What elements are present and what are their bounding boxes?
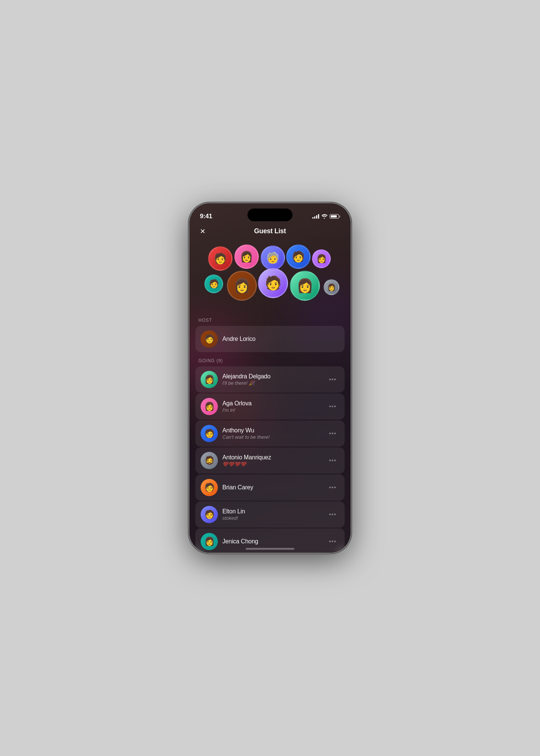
avatar-emoji: 🧑: [204, 510, 214, 519]
guest-info: Alejandra Delgado I'll be there! 🎉: [222, 373, 321, 386]
phone-frame: 9:41 ✕: [189, 203, 351, 553]
guest-info: Aga Orlova I'm in!: [222, 400, 321, 413]
guest-info: Brian Carey: [222, 484, 321, 491]
guest-message: stoked!: [222, 515, 321, 521]
avatar-emoji: 🧑: [204, 483, 214, 492]
cluster-avatar-7[interactable]: 👩: [227, 271, 257, 301]
more-button[interactable]: •••: [326, 537, 339, 546]
guest-message: I'll be there! 🎉: [222, 380, 321, 386]
avatar-emoji: 👩: [204, 375, 214, 384]
cluster-avatar-3[interactable]: 🧓: [261, 246, 285, 270]
avatar: 🧑: [201, 479, 218, 496]
guest-name: Elton Lin: [222, 508, 321, 515]
phone-screen: 9:41 ✕: [189, 203, 351, 553]
more-button[interactable]: •••: [326, 402, 339, 411]
list-item[interactable]: 👩 Aga Orlova I'm in! •••: [195, 393, 345, 420]
guest-message: ❤️❤️❤️❤️: [222, 461, 321, 467]
more-button[interactable]: •••: [326, 375, 339, 384]
guest-info: Jenica Chong: [222, 538, 321, 545]
cluster-avatar-10[interactable]: 👩: [324, 279, 339, 295]
scroll-content[interactable]: 9:41 ✕: [189, 203, 351, 553]
guest-name: Jenica Chong: [222, 538, 321, 545]
more-button[interactable]: •••: [326, 456, 339, 465]
cluster-avatar-5[interactable]: 👩: [312, 249, 331, 268]
cluster-avatar-8[interactable]: 🧑: [258, 268, 288, 298]
list-item[interactable]: 👩 Alejandra Delgado I'll be there! 🎉 •••: [195, 366, 345, 393]
list-item[interactable]: 🧑 Brian Carey •••: [195, 474, 345, 501]
cluster-avatar-4[interactable]: 🧑: [286, 244, 310, 269]
host-item: 🧑 Andre Lorico: [195, 326, 345, 352]
guest-name: Anthony Wu: [222, 427, 321, 434]
guest-message: I'm in!: [222, 407, 321, 413]
cluster-avatar-2[interactable]: 👩: [234, 244, 259, 269]
host-section: HOST 🧑 Andre Lorico: [189, 318, 351, 352]
page-title: Guest List: [254, 227, 286, 235]
avatar: 🧑: [201, 506, 218, 523]
guest-name: Antonio Manriquez: [222, 454, 321, 461]
avatar-emoji: 🧔: [204, 456, 214, 465]
guest-name: Aga Orlova: [222, 400, 321, 407]
close-button[interactable]: ✕: [197, 226, 208, 237]
more-button[interactable]: •••: [326, 510, 339, 519]
signal-bars-icon: [312, 214, 319, 219]
wifi-icon: [321, 214, 327, 219]
host-avatar: 🧑: [201, 330, 218, 348]
cluster-avatar-9[interactable]: 👩: [290, 271, 320, 301]
avatar: 👩: [201, 371, 218, 388]
going-section: GOING (9) 👩 Alejandra Delgado I'll be th…: [189, 358, 351, 553]
nav-header: ✕ Guest List: [189, 224, 351, 239]
list-item[interactable]: 🧔 Antonio Manriquez ❤️❤️❤️❤️ •••: [195, 447, 345, 474]
guest-name: Alejandra Delgado: [222, 373, 321, 380]
list-item[interactable]: 🧑 Anthony Wu Can't wait to be there! •••: [195, 420, 345, 447]
avatar: 🧑: [201, 425, 218, 442]
status-icons: [312, 214, 340, 219]
host-avatar-emoji: 🧑: [204, 334, 214, 344]
list-item[interactable]: 🧑 Elton Lin stoked! •••: [195, 501, 345, 528]
more-button[interactable]: •••: [326, 429, 339, 438]
avatar-emoji: 🧑: [204, 429, 214, 438]
guest-info: Elton Lin stoked!: [222, 508, 321, 521]
cluster-avatar-6[interactable]: 🧑: [204, 274, 223, 293]
guest-list: 👩 Alejandra Delgado I'll be there! 🎉 •••…: [189, 366, 351, 553]
guest-name: Brian Carey: [222, 484, 321, 491]
avatar-emoji: 👩: [204, 537, 214, 546]
guest-info: Anthony Wu Can't wait to be there!: [222, 427, 321, 440]
guest-message: Can't wait to be there!: [222, 434, 321, 440]
guest-info: Antonio Manriquez ❤️❤️❤️❤️: [222, 454, 321, 467]
going-section-label: GOING (9): [189, 358, 351, 363]
home-indicator: [246, 548, 294, 550]
dynamic-island: [248, 208, 292, 221]
more-button[interactable]: •••: [326, 483, 339, 492]
host-info: Andre Lorico: [222, 336, 339, 342]
host-name: Andre Lorico: [222, 336, 339, 342]
host-section-label: HOST: [189, 318, 351, 323]
status-time: 9:41: [200, 213, 212, 220]
avatar-cluster: 🧑 👩 🧓 🧑 👩 🧑 👩: [189, 243, 351, 310]
avatar: 👩: [201, 398, 218, 415]
avatar: 🧔: [201, 452, 218, 469]
cluster-avatar-1[interactable]: 🧑: [208, 246, 232, 271]
avatar: 👩: [201, 533, 218, 550]
avatar-emoji: 👩: [204, 402, 214, 411]
host-list: 🧑 Andre Lorico: [189, 326, 351, 352]
battery-icon: [330, 214, 340, 219]
